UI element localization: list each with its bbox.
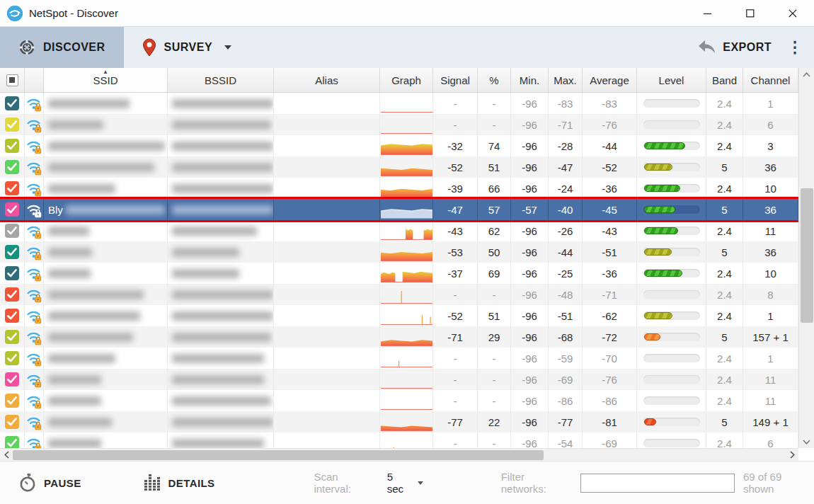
row-checkbox[interactable] bbox=[0, 284, 25, 305]
network-checkbox[interactable] bbox=[5, 266, 19, 280]
header-min[interactable]: Min. bbox=[511, 68, 549, 92]
select-all-checkbox[interactable] bbox=[6, 74, 18, 86]
table-row[interactable]: -5251-96-51-622.41 bbox=[0, 305, 798, 326]
table-row[interactable]: -3966-96-24-362.410 bbox=[0, 178, 798, 199]
signal-sparkline bbox=[381, 242, 432, 262]
table-row[interactable]: ---96-83-832.41 bbox=[0, 93, 798, 114]
band-cell: 5 bbox=[706, 326, 743, 348]
header-level[interactable]: Level bbox=[637, 68, 706, 92]
network-checkbox[interactable] bbox=[5, 139, 19, 153]
wifi-lock-icon bbox=[25, 114, 44, 135]
table-row[interactable]: ---96-59-702.41 bbox=[0, 348, 798, 369]
signal-graph bbox=[380, 263, 433, 284]
table-row[interactable]: -4362-96-26-432.411 bbox=[0, 220, 798, 241]
scan-interval-select[interactable]: 5 sec bbox=[387, 471, 423, 495]
table-row-selected[interactable]: Bly-4757-57-40-45536 bbox=[0, 199, 798, 220]
network-checkbox[interactable] bbox=[5, 224, 19, 238]
table-row[interactable]: ---96-86-862.411 bbox=[0, 390, 798, 411]
tab-survey[interactable]: SURVEY bbox=[124, 27, 251, 68]
scroll-up-button[interactable] bbox=[799, 68, 814, 81]
row-checkbox[interactable] bbox=[0, 241, 25, 263]
scroll-left-button[interactable] bbox=[0, 449, 13, 462]
row-checkbox[interactable] bbox=[0, 156, 25, 178]
row-checkbox[interactable] bbox=[0, 305, 25, 326]
ssid-redacted bbox=[48, 142, 165, 151]
network-checkbox[interactable] bbox=[5, 118, 19, 132]
header-ssid[interactable]: ▲ SSID bbox=[44, 68, 168, 92]
table-row[interactable]: ---96-69-762.411 bbox=[0, 369, 798, 390]
row-checkbox[interactable] bbox=[0, 348, 25, 369]
network-checkbox[interactable] bbox=[5, 96, 19, 110]
header-max[interactable]: Max. bbox=[549, 68, 583, 92]
signal-graph bbox=[380, 93, 433, 114]
network-checkbox[interactable] bbox=[5, 245, 19, 259]
close-button[interactable] bbox=[772, 0, 814, 26]
ssid-redacted bbox=[66, 205, 165, 214]
filter-networks-input[interactable] bbox=[580, 474, 735, 493]
details-button[interactable]: DETAILS bbox=[130, 462, 229, 504]
table-row[interactable]: ---96-54-692.46 bbox=[0, 433, 798, 448]
pause-button[interactable]: PAUSE bbox=[0, 462, 96, 504]
table-row[interactable]: ---96-48-712.48 bbox=[0, 284, 798, 305]
row-checkbox[interactable] bbox=[0, 433, 25, 448]
row-checkbox[interactable] bbox=[0, 114, 25, 135]
header-percent[interactable]: % bbox=[478, 68, 511, 92]
network-checkbox[interactable] bbox=[5, 330, 19, 344]
overflow-menu-button[interactable]: ⋮ bbox=[784, 27, 814, 68]
network-checkbox[interactable] bbox=[5, 202, 19, 217]
row-checkbox[interactable] bbox=[0, 220, 25, 241]
table-row[interactable]: -5350-96-44-51536 bbox=[0, 241, 798, 263]
header-band[interactable]: Band bbox=[706, 68, 743, 92]
network-checkbox[interactable] bbox=[5, 287, 19, 302]
header-average[interactable]: Average bbox=[583, 68, 637, 92]
horizontal-scroll-thumb[interactable] bbox=[13, 450, 544, 460]
network-checkbox[interactable] bbox=[5, 160, 19, 174]
vertical-scrollbar[interactable] bbox=[798, 68, 814, 448]
level-cell bbox=[637, 326, 706, 348]
table-row[interactable]: -7129-96-68-725157 + 1 bbox=[0, 326, 798, 348]
min-cell: -96 bbox=[511, 241, 549, 263]
row-checkbox[interactable] bbox=[0, 390, 25, 411]
network-checkbox[interactable] bbox=[5, 436, 19, 448]
channel-cell: 36 bbox=[743, 156, 798, 178]
table-row[interactable]: -3274-96-28-442.43 bbox=[0, 135, 798, 156]
header-graph[interactable]: Graph bbox=[380, 68, 433, 92]
tab-discover[interactable]: DISCOVER bbox=[0, 27, 124, 68]
network-checkbox[interactable] bbox=[5, 351, 19, 365]
header-signal[interactable]: Signal bbox=[433, 68, 478, 92]
table-row[interactable]: -5251-96-47-52536 bbox=[0, 156, 798, 178]
max-cell: -51 bbox=[549, 305, 583, 326]
horizontal-scrollbar[interactable] bbox=[0, 448, 798, 461]
maximize-button[interactable] bbox=[729, 0, 772, 26]
wifi-lock-icon bbox=[25, 263, 44, 284]
row-checkbox[interactable] bbox=[0, 199, 25, 220]
header-select-all[interactable] bbox=[0, 68, 25, 92]
network-checkbox[interactable] bbox=[5, 181, 19, 195]
survey-dropdown-caret-icon[interactable] bbox=[224, 45, 231, 50]
header-alias[interactable]: Alias bbox=[274, 68, 380, 92]
vertical-scroll-thumb[interactable] bbox=[801, 188, 813, 323]
network-checkbox[interactable] bbox=[5, 309, 19, 323]
row-checkbox[interactable] bbox=[0, 93, 25, 114]
network-checkbox[interactable] bbox=[5, 415, 19, 429]
export-button[interactable]: EXPORT bbox=[685, 27, 784, 68]
row-checkbox[interactable] bbox=[0, 326, 25, 348]
alias-cell bbox=[274, 93, 380, 114]
scroll-right-button[interactable] bbox=[786, 449, 798, 462]
header-channel[interactable]: Channel bbox=[743, 68, 798, 92]
table-row[interactable]: -7722-96-77-815149 + 1 bbox=[0, 411, 798, 433]
table-row[interactable]: ---96-71-762.46 bbox=[0, 114, 798, 135]
network-checkbox[interactable] bbox=[5, 394, 19, 408]
row-checkbox[interactable] bbox=[0, 135, 25, 156]
header-bssid[interactable]: BSSID bbox=[168, 68, 274, 92]
min-cell: -96 bbox=[511, 263, 549, 284]
scroll-down-button[interactable] bbox=[799, 435, 814, 448]
row-checkbox[interactable] bbox=[0, 263, 25, 284]
table-row[interactable]: -3769-96-25-362.410 bbox=[0, 263, 798, 284]
row-checkbox[interactable] bbox=[0, 369, 25, 390]
minimize-button[interactable] bbox=[687, 0, 729, 26]
row-checkbox[interactable] bbox=[0, 178, 25, 199]
network-checkbox[interactable] bbox=[5, 372, 19, 386]
row-checkbox[interactable] bbox=[0, 411, 25, 433]
signal-cell: -77 bbox=[433, 411, 478, 433]
